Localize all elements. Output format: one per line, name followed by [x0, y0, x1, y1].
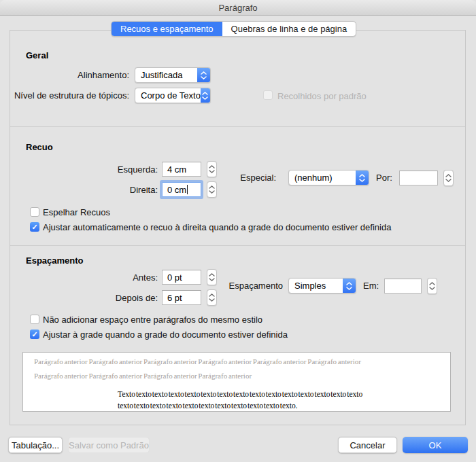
- indent-right-label: Direita:: [0, 185, 158, 195]
- preview-sample-text-line: Texto texto texto texto texto texto text…: [23, 389, 450, 400]
- tab-line-page-breaks[interactable]: Quebras de linha e de página: [222, 22, 356, 36]
- text-caret: [187, 185, 188, 194]
- preview-previous-paragraph-line: Parágrafo anterior Parágrafo anterior Pa…: [23, 355, 450, 369]
- auto-adjust-right-indent-checkbox[interactable]: ✓: [30, 222, 39, 232]
- section-heading-spacing: Espaçamento: [26, 255, 84, 266]
- special-popup[interactable]: (nenhum): [288, 170, 369, 185]
- popup-chevrons-icon: [356, 171, 369, 185]
- paragraph-dialog: { "window": { "title": "Parágrafo" }, "t…: [0, 0, 476, 462]
- line-spacing-label: Espaçamento: [0, 281, 283, 291]
- at-stepper[interactable]: [427, 278, 437, 294]
- outline-level-popup[interactable]: Corpo de Texto: [135, 88, 211, 103]
- section-heading-indent: Recuo: [26, 142, 53, 152]
- by-stepper[interactable]: [443, 170, 454, 186]
- popup-chevrons-icon: [197, 68, 210, 82]
- by-field[interactable]: [399, 171, 438, 185]
- special-label: Especial:: [0, 173, 276, 183]
- outline-level-label: Nível de estrutura de tópicos:: [0, 90, 129, 101]
- save-as-default-button: Salvar como Padrão: [68, 437, 150, 453]
- alignment-popup[interactable]: Justificada: [135, 67, 211, 83]
- preview-previous-paragraph-line: Parágrafo anterior Parágrafo anterior Pa…: [23, 369, 450, 383]
- line-spacing-popup[interactable]: Simples: [288, 278, 356, 294]
- popup-chevrons-icon: [343, 279, 356, 293]
- alignment-label: Alinhamento:: [0, 70, 129, 80]
- collapsed-by-default-label: Recolhidos por padrão: [277, 91, 367, 101]
- paragraph-preview: Parágrafo anterior Parágrafo anterior Pa…: [22, 352, 451, 412]
- space-after-stepper[interactable]: [207, 289, 217, 306]
- indent-right-field[interactable]: 0 cm: [162, 182, 201, 197]
- check-icon: ✓: [31, 331, 37, 338]
- no-space-same-style-checkbox[interactable]: ✓: [30, 315, 39, 324]
- space-after-field[interactable]: 6 pt: [162, 290, 201, 305]
- popup-chevrons-icon: [201, 88, 210, 103]
- tab-bar: Recuos e espaçamento Quebras de linha e …: [111, 21, 356, 37]
- mirror-indents-checkbox[interactable]: ✓: [30, 207, 39, 217]
- section-divider: [10, 245, 465, 246]
- at-field[interactable]: [384, 279, 422, 294]
- window-title: Parágrafo: [218, 3, 257, 13]
- collapsed-by-default-checkbox: ✓: [263, 90, 273, 100]
- check-icon: ✓: [31, 224, 37, 231]
- section-divider: [10, 126, 465, 127]
- tabs-button[interactable]: Tabulação...: [8, 437, 63, 453]
- window-titlebar: Parágrafo: [0, 0, 476, 16]
- snap-to-grid-label: Ajustar à grade quando a grade do docume…: [43, 330, 288, 340]
- no-space-same-style-label: Não adicionar espaço entre parágrafos do…: [43, 315, 262, 325]
- section-heading-general: Geral: [26, 50, 48, 60]
- tab-indents-spacing[interactable]: Recuos e espaçamento: [112, 22, 222, 36]
- space-after-label: Depois de:: [0, 293, 158, 303]
- preview-sample-text-line: texto texto texto texto texto texto text…: [23, 400, 450, 412]
- ok-button[interactable]: OK: [403, 437, 468, 453]
- auto-adjust-right-indent-label: Ajustar automaticamente o recuo à direit…: [43, 222, 391, 232]
- indent-right-stepper[interactable]: [207, 181, 217, 198]
- snap-to-grid-checkbox[interactable]: ✓: [30, 330, 39, 339]
- cancel-button[interactable]: Cancelar: [338, 437, 397, 453]
- mirror-indents-label: Espelhar Recuos: [43, 207, 110, 217]
